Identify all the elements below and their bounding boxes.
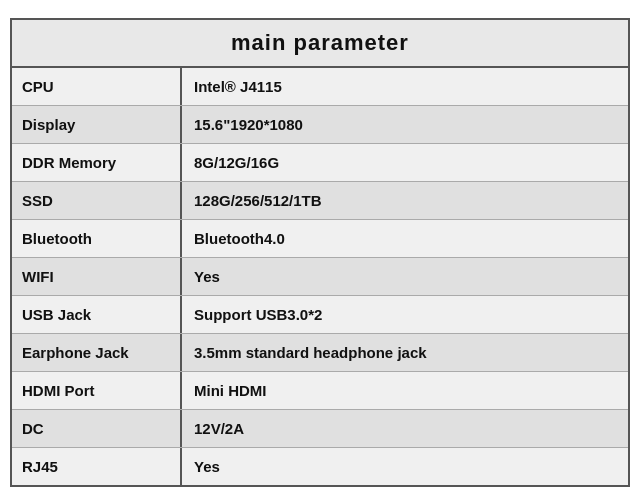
cell-value-bluetooth: Bluetooth4.0: [182, 220, 628, 257]
table-row: BluetoothBluetooth4.0: [12, 220, 628, 258]
cell-value-hdmi-port: Mini HDMI: [182, 372, 628, 409]
cell-label-bluetooth: Bluetooth: [12, 220, 182, 257]
cell-value-ssd: 128G/256/512/1TB: [182, 182, 628, 219]
cell-label-hdmi-port: HDMI Port: [12, 372, 182, 409]
table-title: main parameter: [22, 30, 618, 56]
cell-value-usb-jack: Support USB3.0*2: [182, 296, 628, 333]
cell-label-ddr-memory: DDR Memory: [12, 144, 182, 181]
table-row: DC12V/2A: [12, 410, 628, 448]
table-row: HDMI PortMini HDMI: [12, 372, 628, 410]
cell-value-dc: 12V/2A: [182, 410, 628, 447]
cell-label-earphone-jack: Earphone Jack: [12, 334, 182, 371]
table-row: CPU Intel® J4115: [12, 68, 628, 106]
cell-value-earphone-jack: 3.5mm standard headphone jack: [182, 334, 628, 371]
cell-label-display: Display: [12, 106, 182, 143]
cell-label-usb-jack: USB Jack: [12, 296, 182, 333]
cell-value-ddr-memory: 8G/12G/16G: [182, 144, 628, 181]
cell-value-cpu: Intel® J4115: [182, 68, 628, 105]
cell-value-wifi: Yes: [182, 258, 628, 295]
cell-value-rj45: Yes: [182, 448, 628, 485]
cell-label-ssd: SSD: [12, 182, 182, 219]
table-row: SSD128G/256/512/1TB: [12, 182, 628, 220]
cell-label-dc: DC: [12, 410, 182, 447]
cell-value-display: 15.6"1920*1080: [182, 106, 628, 143]
table-row: RJ45Yes: [12, 448, 628, 485]
table-row: Display15.6"1920*1080: [12, 106, 628, 144]
table-row: DDR Memory8G/12G/16G: [12, 144, 628, 182]
cell-label-cpu: CPU: [12, 68, 182, 105]
table-body: CPU Intel® J4115Display15.6"1920*1080DDR…: [12, 68, 628, 485]
table-row: USB JackSupport USB3.0*2: [12, 296, 628, 334]
cell-label-rj45: RJ45: [12, 448, 182, 485]
table-header: main parameter: [12, 20, 628, 68]
main-parameter-table: main parameter CPU Intel® J4115Display15…: [10, 18, 630, 487]
table-row: Earphone Jack3.5mm standard headphone ja…: [12, 334, 628, 372]
cell-label-wifi: WIFI: [12, 258, 182, 295]
table-row: WIFIYes: [12, 258, 628, 296]
